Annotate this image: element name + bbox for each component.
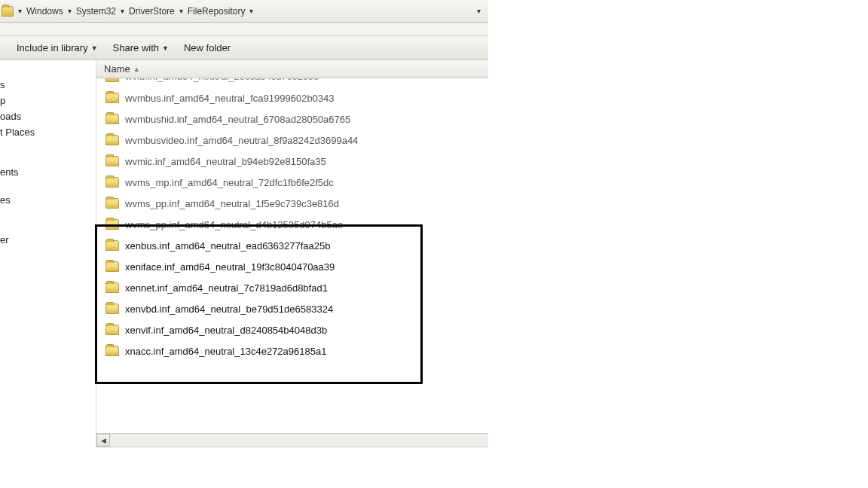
file-list[interactable]: Name ▲ wvid.inf_amd64_neutral_20cca5 fcd… [96,60,488,447]
folder-icon [105,240,119,251]
folder-icon [2,6,14,17]
sidebar-item[interactable]: oads [0,108,96,124]
list-item[interactable]: xennet.inf_amd64_neutral_7c7819ad6d8bfad… [96,277,488,298]
folder-icon [105,325,119,335]
breadcrumb-filerepository[interactable]: FileRepository [185,3,249,20]
folder-icon [105,78,119,82]
folder-icon [105,198,119,209]
list-item[interactable]: xeniface.inf_amd64_neutral_19f3c8040470a… [96,256,488,277]
sidebar-item[interactable]: s [0,77,96,93]
list-item[interactable]: xenbus.inf_amd64_neutral_ead6363277faa25… [96,235,488,256]
list-item[interactable]: wvmic.inf_amd64_neutral_b94eb92e8150fa35 [96,151,488,172]
chevron-right-icon[interactable]: ▾ [248,7,255,15]
breadcrumb-system32[interactable]: System32 [73,3,119,20]
sidebar-item[interactable]: p [0,93,96,108]
folder-icon [105,261,119,272]
folder-icon [105,156,119,166]
horizontal-scrollbar[interactable]: ◀ [96,433,488,447]
list-item[interactable]: wvmbushid.inf_amd64_neutral_6708ad28050a… [96,108,488,130]
sidebar-item[interactable]: ents [0,164,96,180]
folder-icon [105,303,119,314]
command-toolbar: Include in library▼ Share with▼ New fold… [0,36,488,60]
sidebar-item[interactable]: er [0,232,96,248]
folder-icon [105,114,119,124]
sidebar-item[interactable]: t Places [0,124,96,140]
chevron-right-icon[interactable]: ▾ [17,7,23,15]
list-item[interactable]: wvid.inf_amd64_neutral_20cca5 fcd7002c00 [96,78,488,87]
list-item[interactable]: wvms_pp.inf_amd64_neutral_d4b12535d074b5… [96,214,488,235]
list-item[interactable]: xenvbd.inf_amd64_neutral_be79d51de658332… [96,298,488,319]
chevron-right-icon[interactable]: ▾ [178,7,185,15]
scroll-track[interactable] [110,434,488,447]
chevron-down-icon[interactable]: ▾ [475,7,482,15]
breadcrumb-driverstore[interactable]: DriverStore [126,3,178,20]
scroll-left-button[interactable]: ◀ [96,434,110,447]
list-item[interactable]: xnacc.inf_amd64_neutral_13c4e272a96185a1 [96,340,488,361]
chevron-down-icon: ▼ [91,44,98,52]
list-item[interactable]: wvms_mp.inf_amd64_neutral_72dfc1fb6fe2f5… [96,172,488,193]
address-bar[interactable]: ▾ Windows ▾ System32 ▾ DriverStore ▾ Fil… [0,0,488,23]
column-header-name[interactable]: Name ▲ [96,60,488,78]
navigation-pane[interactable]: s p oads t Places ents es er [0,60,96,447]
folder-icon [105,219,119,230]
include-in-library-button[interactable]: Include in library▼ [9,38,105,58]
folder-icon [105,346,119,356]
toolbar-spacer [0,23,488,36]
list-item[interactable]: xenvif.inf_amd64_neutral_d8240854b4048d3… [96,319,488,340]
folder-icon [105,135,119,145]
share-with-button[interactable]: Share with▼ [105,38,176,58]
sidebar-item[interactable]: es [0,192,96,208]
list-item[interactable]: wvms_pp.inf_amd64_neutral_1f5e9c739c3e81… [96,193,488,214]
folder-icon [105,93,119,103]
chevron-down-icon: ▼ [162,44,169,52]
sort-ascending-icon: ▲ [133,66,140,73]
chevron-right-icon[interactable]: ▾ [119,7,126,15]
breadcrumb-windows[interactable]: Windows [23,3,66,20]
list-item[interactable]: wvmbusvideo.inf_amd64_neutral_8f9a8242d3… [96,130,488,151]
new-folder-button[interactable]: New folder [176,38,238,58]
list-item[interactable]: wvmbus.inf_amd64_neutral_fca91999602b034… [96,87,488,108]
folder-icon [105,282,119,293]
chevron-right-icon[interactable]: ▾ [66,7,73,15]
folder-icon [105,177,119,188]
